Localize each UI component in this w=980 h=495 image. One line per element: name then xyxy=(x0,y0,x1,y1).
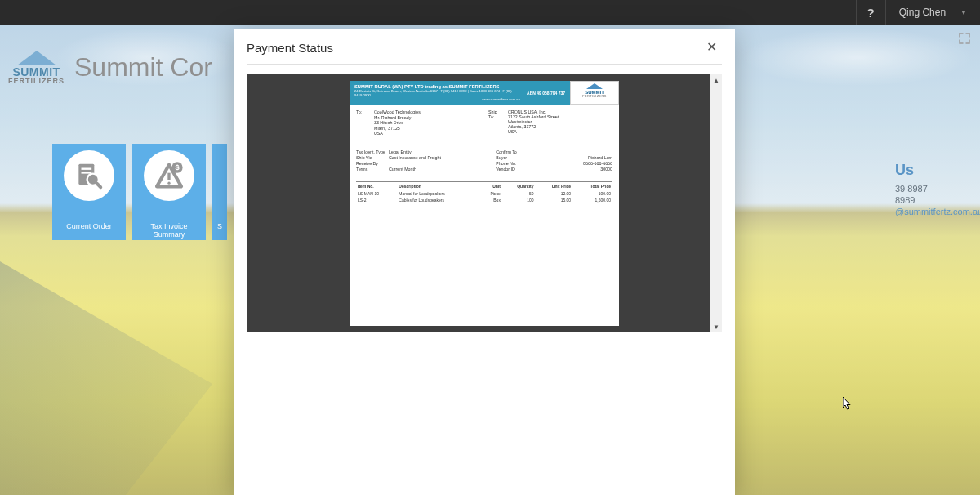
doc-banner-abn: ABN 49 058 794 737 xyxy=(527,91,565,96)
table-row: LS-MAN-10 Manual for Loudspeakers Piece … xyxy=(356,190,612,198)
close-icon[interactable]: ✕ xyxy=(702,39,722,56)
modal-header: Payment Status ✕ xyxy=(234,29,735,64)
doc-line-items-table: Item No. Description Unit Quantity Unit … xyxy=(356,181,612,203)
divider xyxy=(247,64,722,65)
app-header: ? Qing Chen ▼ xyxy=(0,0,980,25)
payment-status-modal: Payment Status ✕ SUMMIT RURAL (WA) PTY L… xyxy=(234,29,735,495)
scroll-down-icon[interactable]: ▼ xyxy=(710,321,722,332)
doc-banner-website: www.summitfertz.com.au xyxy=(354,97,520,101)
doc-banner: SUMMIT RURAL (WA) PTY LTD trading as SUM… xyxy=(350,81,570,105)
doc-to-block: To: CoolWood Technologies Mr. Richard Br… xyxy=(356,109,480,136)
doc-logo: SUMMIT FERTILIZERS xyxy=(570,81,619,105)
modal-title: Payment Status xyxy=(247,41,333,55)
modal-body: SUMMIT RURAL (WA) PTY LTD trading as SUM… xyxy=(234,74,735,495)
user-menu[interactable]: Qing Chen ▼ xyxy=(885,0,980,25)
doc-meta: Tax Ident. TypeLegal Entity Ship ViaCost… xyxy=(350,138,619,176)
document-page: SUMMIT RURAL (WA) PTY LTD trading as SUM… xyxy=(350,81,619,326)
scrollbar[interactable]: ▲ ▼ xyxy=(710,74,722,332)
doc-addresses: To: CoolWood Technologies Mr. Richard Br… xyxy=(350,105,619,138)
help-button[interactable]: ? xyxy=(856,0,885,25)
document-viewer: SUMMIT RURAL (WA) PTY LTD trading as SUM… xyxy=(247,74,722,332)
doc-banner-sub: 24 Dostats St, Kwinana Beach, Western Au… xyxy=(354,89,520,97)
scroll-up-icon[interactable]: ▲ xyxy=(710,74,722,86)
chevron-down-icon: ▼ xyxy=(960,9,967,16)
table-row: LS-2 Cables for Loudspeakers Box 100 15.… xyxy=(356,197,612,203)
user-name-label: Qing Chen xyxy=(899,7,946,18)
doc-shipto-block: Ship To: CRONUS USA, Inc. 7122 South Ash… xyxy=(488,109,612,136)
